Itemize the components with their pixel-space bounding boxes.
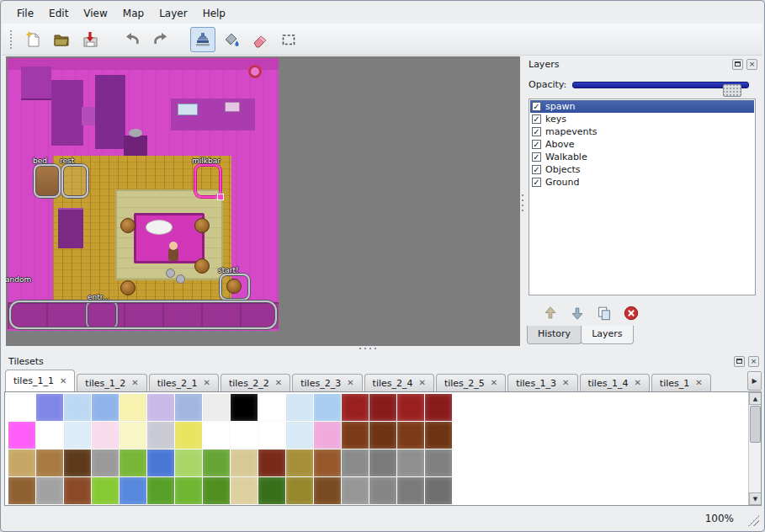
open-button[interactable]	[49, 27, 74, 52]
layer-list[interactable]: spawn keys mapevents Above Walkable Obje…	[529, 98, 756, 295]
layer-row-objects[interactable]: Objects	[530, 163, 754, 176]
tile[interactable]	[314, 477, 341, 504]
tile[interactable]	[425, 450, 452, 476]
tile[interactable]	[397, 450, 424, 476]
close-tab-icon[interactable]: ✕	[491, 379, 497, 387]
eraser-button[interactable]	[247, 27, 273, 52]
tile[interactable]	[369, 450, 396, 476]
map-canvas[interactable]: bed rest milkbar start! entr... andom	[8, 58, 279, 331]
layer-row-spawn[interactable]: spawn	[530, 100, 754, 113]
tile[interactable]	[203, 394, 230, 421]
tileset-tab[interactable]: tiles_1_2✕	[77, 374, 146, 391]
duplicate-layer-button[interactable]	[594, 303, 614, 323]
tileset-tab[interactable]: tiles_1_3✕	[507, 374, 577, 391]
tile[interactable]	[147, 477, 174, 504]
tile[interactable]	[258, 450, 285, 476]
tile[interactable]	[231, 450, 258, 476]
horizontal-splitter[interactable]	[358, 347, 380, 351]
menu-view[interactable]: View	[76, 5, 114, 22]
tile[interactable]	[8, 477, 35, 504]
tile[interactable]	[342, 477, 369, 504]
float-panel-button[interactable]	[732, 59, 743, 70]
float-panel-button[interactable]	[734, 356, 745, 367]
scrollbar-thumb[interactable]	[750, 406, 761, 443]
object-bed[interactable]	[34, 164, 61, 198]
menu-map[interactable]: Map	[115, 5, 151, 22]
tile[interactable]	[286, 477, 313, 504]
close-panel-button[interactable]: ×	[748, 356, 759, 367]
tile[interactable]	[92, 477, 119, 504]
close-tab-icon[interactable]: ✕	[347, 379, 353, 387]
tileset-tab[interactable]: tiles_1_4✕	[580, 374, 650, 391]
checkbox-checked-icon[interactable]	[532, 114, 541, 124]
tile[interactable]	[342, 450, 369, 476]
layers-panel-titlebar[interactable]: Layers ×	[523, 56, 761, 72]
tileset-scrollbar[interactable]: ▲ ▼	[748, 392, 761, 505]
layer-row-above[interactable]: Above	[530, 138, 754, 151]
tileset-tab[interactable]: tiles_2_3✕	[292, 374, 362, 391]
tab-scroll-right-button[interactable]: ▶	[747, 371, 762, 391]
checkbox-checked-icon[interactable]	[532, 102, 541, 111]
tileset-tab[interactable]: tiles_1_1✕	[5, 370, 75, 391]
tile[interactable]	[369, 477, 396, 504]
tile[interactable]	[286, 394, 313, 421]
tile[interactable]	[147, 450, 174, 476]
tile[interactable]	[36, 477, 63, 504]
tile[interactable]	[120, 394, 146, 421]
close-tab-icon[interactable]: ✕	[60, 377, 66, 386]
menu-file[interactable]: File	[9, 5, 41, 22]
tile[interactable]	[64, 394, 91, 421]
resize-grip[interactable]	[748, 515, 759, 526]
tile[interactable]	[342, 394, 369, 421]
tile[interactable]	[314, 394, 341, 421]
layer-row-mapevents[interactable]: mapevents	[530, 125, 754, 138]
scroll-up-button[interactable]: ▲	[749, 392, 762, 405]
tile[interactable]	[64, 422, 91, 449]
object-resize-handle[interactable]	[217, 194, 224, 200]
tile[interactable]	[286, 422, 313, 449]
tile[interactable]	[175, 422, 202, 449]
tile[interactable]	[369, 394, 396, 421]
raise-layer-button[interactable]	[540, 303, 560, 323]
tile[interactable]	[36, 450, 63, 476]
checkbox-checked-icon[interactable]	[532, 140, 541, 149]
close-tab-icon[interactable]: ✕	[204, 379, 210, 387]
tile[interactable]	[203, 422, 230, 449]
tile[interactable]	[120, 422, 146, 449]
tile[interactable]	[120, 450, 146, 476]
tileset-tab[interactable]: tiles_1✕	[651, 374, 711, 391]
opacity-slider[interactable]	[572, 82, 749, 88]
close-panel-button[interactable]: ×	[746, 59, 757, 70]
tab-layers[interactable]: Layers	[581, 326, 633, 344]
tileset-tab[interactable]: tiles_2_4✕	[364, 374, 434, 391]
tile[interactable]	[8, 422, 35, 449]
tileset-tab[interactable]: tiles_2_2✕	[220, 374, 290, 391]
tile[interactable]	[92, 450, 119, 476]
object-start[interactable]	[220, 274, 250, 301]
checkbox-checked-icon[interactable]	[532, 178, 541, 187]
tile[interactable]	[397, 394, 424, 421]
scroll-down-button[interactable]: ▼	[749, 492, 762, 505]
undo-button[interactable]	[120, 27, 145, 52]
tile[interactable]	[175, 477, 202, 504]
close-tab-icon[interactable]: ✕	[131, 379, 138, 387]
checkbox-checked-icon[interactable]	[532, 152, 541, 162]
tile[interactable]	[425, 422, 452, 449]
new-map-button[interactable]	[20, 27, 45, 52]
opacity-slider-handle[interactable]	[723, 84, 741, 97]
tile[interactable]	[258, 394, 285, 421]
tile[interactable]	[425, 394, 452, 421]
tile[interactable]	[314, 450, 341, 476]
tile[interactable]	[175, 394, 202, 421]
layer-row-keys[interactable]: keys	[530, 113, 754, 125]
tile[interactable]	[314, 422, 341, 449]
bucket-fill-button[interactable]	[219, 27, 244, 52]
tile[interactable]	[231, 477, 258, 504]
stamp-brush-button[interactable]	[190, 27, 215, 52]
tile[interactable]	[425, 477, 452, 504]
tab-history[interactable]: History	[527, 326, 582, 344]
tile[interactable]	[8, 394, 35, 421]
menu-edit[interactable]: Edit	[41, 5, 76, 22]
tile[interactable]	[258, 477, 285, 504]
toolbar-handle[interactable]	[9, 29, 13, 50]
